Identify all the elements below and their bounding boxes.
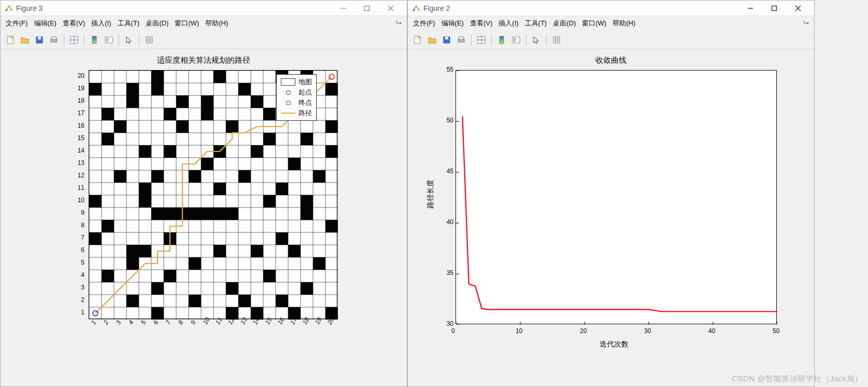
legend-box[interactable]: 地图 起点 终点 路径 [276,74,317,121]
menu-window[interactable]: 窗口(W) [582,19,606,28]
figure-window-2: Figure 2 文件(F) 编辑(E) 查看(V) 插入(I) 工具(T) 桌… [407,0,815,387]
svg-rect-90 [164,208,176,220]
svg-rect-91 [164,145,176,158]
menu-file[interactable]: 文件(F) [413,19,435,28]
menu-edit[interactable]: 编辑(E) [34,19,56,28]
pointer-icon[interactable] [122,33,136,47]
menu-help[interactable]: 帮助(H) [205,19,228,28]
grid-icon[interactable] [550,33,563,47]
svg-rect-81 [139,145,151,158]
pointer-icon[interactable] [530,33,543,47]
menu-insert[interactable]: 插入(I) [91,19,111,28]
svg-rect-94 [176,120,189,133]
x-tick-label: 40 [708,327,715,335]
legend-icon[interactable] [102,33,116,47]
x-tick-label: 8 [177,319,184,326]
svg-rect-155 [445,37,448,39]
y-tick-label: 16 [72,122,84,129]
menu-tools[interactable]: 工具(T) [525,19,547,28]
y-tick-label: 6 [72,246,84,254]
svg-rect-139 [313,170,325,183]
window-title: Figure 2 [423,4,738,12]
svg-rect-95 [176,95,189,108]
svg-rect-157 [459,37,463,39]
minimize-button[interactable] [331,1,355,16]
maximize-button[interactable] [355,1,379,16]
print-icon[interactable] [454,33,468,47]
save-icon[interactable] [33,33,46,47]
legend-swatch-rect [281,78,295,86]
expand-icon[interactable]: ⮡ [803,20,809,26]
menu-view[interactable]: 查看(V) [470,19,492,28]
close-button[interactable] [379,1,403,16]
menu-view[interactable]: 查看(V) [63,19,85,28]
titlebar[interactable]: Figure 3 [1,1,407,16]
toolbar [408,31,814,49]
svg-rect-88 [164,270,176,282]
svg-rect-134 [301,195,313,208]
legend-icon[interactable] [509,33,523,47]
menu-edit[interactable]: 编辑(E) [442,19,464,28]
colorbar-icon[interactable] [495,33,508,47]
legend-item-path: 路径 [281,108,312,118]
y-tick-label: 30 [440,320,453,327]
menu-file[interactable]: 文件(F) [6,19,28,28]
new-icon[interactable] [411,33,424,47]
titlebar[interactable]: Figure 2 [408,1,814,16]
y-tick-label: 14 [72,147,84,154]
colorbar-icon[interactable] [88,33,101,47]
open-icon[interactable] [425,33,439,47]
svg-rect-70 [102,108,114,120]
matlab-icon [5,4,13,12]
svg-rect-79 [139,195,151,208]
x-tick-label: 4 [127,319,135,326]
data-cursor-icon[interactable] [67,33,81,47]
minimize-button[interactable] [738,1,762,16]
close-button[interactable] [786,1,810,16]
svg-rect-142 [325,145,338,158]
print-icon[interactable] [47,33,61,47]
legend-label: 起点 [298,88,312,97]
grid-icon[interactable] [143,33,156,47]
svg-rect-117 [251,245,263,257]
menu-desktop[interactable]: 桌面(D) [146,19,168,28]
svg-rect-118 [251,145,263,158]
convergence-curve [456,71,777,325]
data-cursor-icon[interactable] [475,33,488,47]
svg-rect-64 [89,232,102,245]
svg-rect-87 [151,71,164,83]
y-tick-label: 8 [72,222,84,229]
maximize-button[interactable] [762,1,786,16]
legend-item-start: 起点 [281,87,312,98]
svg-rect-123 [263,108,276,120]
save-icon[interactable] [440,33,453,47]
expand-icon[interactable]: ⮡ [396,20,402,26]
menu-help[interactable]: 帮助(H) [613,19,635,28]
svg-rect-121 [263,195,276,208]
y-tick-label: 5 [72,259,84,266]
menu-insert[interactable]: 插入(I) [499,19,518,28]
svg-rect-111 [226,208,238,220]
svg-rect-112 [226,120,238,133]
x-tick-label: 0 [451,327,455,335]
menu-tools[interactable]: 工具(T) [118,19,140,28]
svg-rect-108 [214,71,226,83]
svg-rect-65 [89,195,102,208]
menu-window[interactable]: 窗口(W) [175,19,199,28]
y-tick-label: 45 [440,168,453,175]
open-icon[interactable] [18,33,32,47]
svg-rect-85 [151,170,164,183]
x-tick-label: 3 [115,319,122,326]
y-tick-label: 2 [72,296,84,303]
legend-label: 路径 [298,108,312,118]
new-icon[interactable] [4,33,17,47]
svg-rect-86 [151,83,164,95]
menu-desktop[interactable]: 桌面(D) [553,19,576,28]
svg-rect-78 [139,245,151,257]
y-tick-label: 18 [72,97,84,104]
y-tick-label: 35 [440,269,453,277]
end-marker-icon [281,99,295,106]
svg-rect-122 [263,133,276,145]
svg-rect-141 [325,220,338,232]
svg-rect-119 [251,95,263,108]
